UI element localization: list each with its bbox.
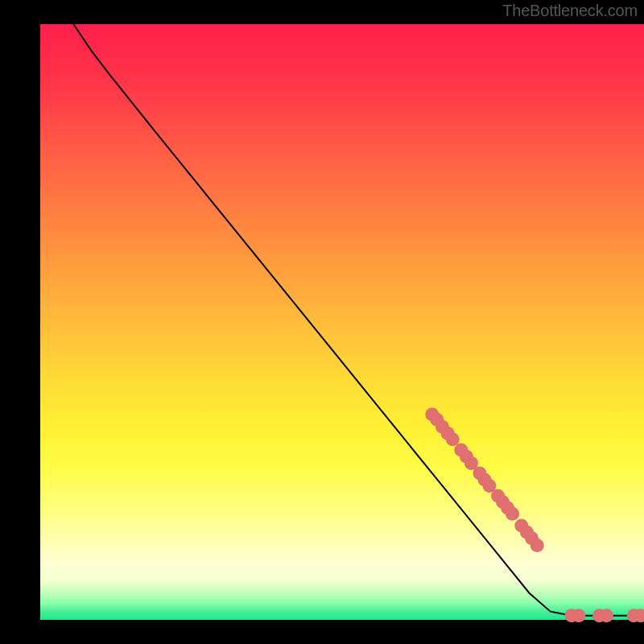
data-dot: [600, 609, 613, 622]
data-dot: [530, 539, 544, 552]
chart-stage: TheBottleneck.com: [0, 0, 644, 644]
data-dot: [446, 432, 460, 446]
watermark-text: TheBottleneck.com: [502, 2, 638, 20]
chart-svg: [0, 0, 644, 644]
data-dot: [572, 609, 586, 622]
data-dot: [506, 507, 519, 521]
plot-background: [40, 24, 644, 620]
